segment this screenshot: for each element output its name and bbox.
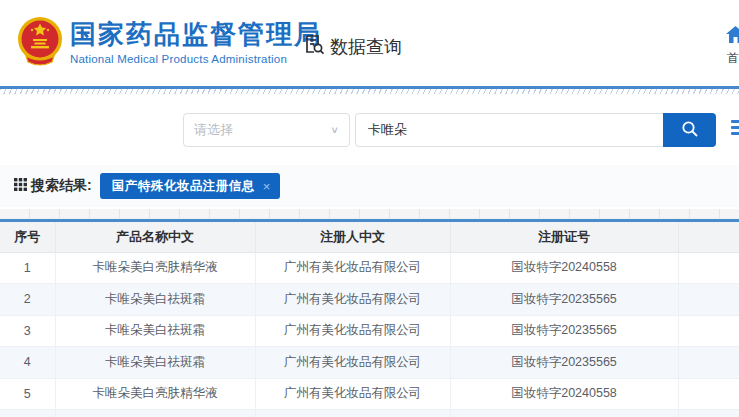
column-header-cert-number: 注册证号 [450, 222, 678, 252]
table-cell: 4 [0, 347, 55, 379]
results-label-block: 搜索结果: [14, 177, 92, 195]
brand-text-block: 国家药品监督管理局 National Medical Products Admi… [70, 20, 322, 65]
column-header-registrant: 注册人中文 [255, 222, 450, 252]
table-row[interactable]: 3卡唯朵美白祛斑霜广州有美化妆品有限公司国妆特字20235565 [0, 315, 739, 347]
page: 国家药品监督管理局 National Medical Products Admi… [0, 0, 739, 417]
table-cell: 国妆特字20240558 [450, 252, 678, 284]
site-title: 国家药品监督管理局 [70, 20, 322, 49]
result-category-tag-label: 国产特殊化妆品注册信息 [112, 178, 255, 195]
nav-data-query-label: 数据查询 [330, 35, 402, 59]
category-select[interactable]: 请选择 ∨ [183, 113, 350, 147]
table-cell: 国妆特字20235565 [450, 347, 678, 379]
search-button[interactable] [663, 113, 716, 147]
results-bar: 搜索结果: 国产特殊化妆品注册信息 × [0, 165, 739, 207]
results-table: 序号 产品名称中文 注册人中文 注册证号 1卡唯朵美白亮肤精华液广州有美化妆品有… [0, 219, 739, 417]
table-cell: 广州有美化妆品有限公司 [255, 378, 450, 410]
table-cell [678, 378, 739, 410]
result-category-tag[interactable]: 国产特殊化妆品注册信息 × [100, 173, 281, 199]
site-header: 国家药品监督管理局 National Medical Products Admi… [0, 0, 739, 86]
search-icon [681, 120, 699, 141]
table-row[interactable]: 1卡唯朵美白亮肤精华液广州有美化妆品有限公司国妆特字20240558 [0, 252, 739, 284]
filter-icon[interactable] [731, 120, 739, 140]
table-row[interactable]: 2卡唯朵美白祛斑霜广州有美化妆品有限公司国妆特字20235565 [0, 284, 739, 316]
table-cell: 卡唯朵美白祛斑霜 [55, 315, 255, 347]
results-label: 搜索结果: [31, 177, 92, 195]
table-cell: 国妆特字20235565 [450, 284, 678, 316]
column-header-index: 序号 [0, 222, 55, 252]
search-input[interactable] [355, 113, 664, 147]
table-cell: 广州有美化妆品有限公司 [255, 347, 450, 379]
table-row[interactable]: 5卡唯朵美白亮肤精华液广州有美化妆品有限公司国妆特字20240558 [0, 378, 739, 410]
table-cell: 卡唯朵美白祛斑霜 [55, 284, 255, 316]
table-header-row: 序号 产品名称中文 注册人中文 注册证号 [0, 222, 739, 252]
nav-data-query[interactable]: 数据查询 [303, 33, 402, 60]
site-subtitle: National Medical Products Administration [70, 53, 322, 65]
table-cell: 5 [0, 378, 55, 410]
document-search-icon [303, 33, 325, 60]
table-cell: 广州有美化妆品有限公司 [255, 315, 450, 347]
table-cell: 国妆特字20240558 [450, 378, 678, 410]
table-cell: 2 [0, 284, 55, 316]
table-cell: 国妆特字20235565 [450, 315, 678, 347]
national-emblem-logo [16, 16, 64, 68]
table-cell: 卡唯朵美白祛斑霜 [55, 347, 255, 379]
column-header-product-name: 产品名称中文 [55, 222, 255, 252]
table-row-partial [0, 410, 739, 417]
table-cell [678, 347, 739, 379]
table-cell: 1 [0, 252, 55, 284]
column-header-extra [678, 222, 739, 252]
table-cell [678, 252, 739, 284]
table-cell: 卡唯朵美白亮肤精华液 [55, 252, 255, 284]
grid-icon [14, 178, 27, 194]
close-icon[interactable]: × [263, 179, 271, 194]
search-section: 请选择 ∨ [0, 94, 739, 165]
table-cell: 3 [0, 315, 55, 347]
table-cell: 广州有美化妆品有限公司 [255, 252, 450, 284]
nav-home[interactable]: 首页 [724, 26, 739, 67]
table-cell: 广州有美化妆品有限公司 [255, 284, 450, 316]
nav-home-label: 首页 [727, 50, 739, 67]
category-select-placeholder: 请选择 [194, 121, 233, 139]
table-cell [678, 315, 739, 347]
table-body: 1卡唯朵美白亮肤精华液广州有美化妆品有限公司国妆特字202405582卡唯朵美白… [0, 252, 739, 410]
table-cell: 卡唯朵美白亮肤精华液 [55, 378, 255, 410]
home-icon [726, 26, 739, 47]
chevron-down-icon: ∨ [330, 124, 339, 135]
table-row[interactable]: 4卡唯朵美白祛斑霜广州有美化妆品有限公司国妆特字20235565 [0, 347, 739, 379]
table-cell [678, 284, 739, 316]
column-ruler-strip [0, 207, 739, 219]
